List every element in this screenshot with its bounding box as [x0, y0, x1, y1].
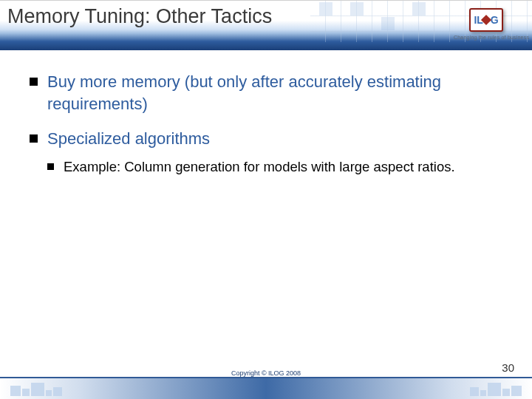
copyright-text: Copyright © ILOG 2008 [0, 369, 532, 377]
logo: I L G Changing the rules of business [454, 8, 519, 40]
logo-diamond-icon [481, 15, 491, 25]
slide-footer [0, 377, 532, 399]
footer-decoration-right [440, 380, 522, 396]
sub-bullet-text: Example: Column generation for models wi… [64, 159, 455, 174]
sub-bullet-item: Example: Column generation for models wi… [47, 157, 502, 177]
logo-text-right: G [491, 14, 499, 26]
bullet-text: Specialized algorithms [47, 129, 210, 148]
logo-mark: I L G [469, 8, 503, 32]
bullet-text: Buy more memory (but only after accurate… [47, 72, 441, 113]
footer-decoration-left [10, 380, 92, 396]
logo-tagline: Changing the rules of business [454, 35, 519, 40]
bullet-item: Buy more memory (but only after accurate… [30, 71, 502, 115]
slide-header: Memory Tuning: Other Tactics I L G Chang… [0, 0, 532, 50]
slide-title: Memory Tuning: Other Tactics [7, 5, 272, 28]
bullet-item: Specialized algorithms Example: Column g… [30, 128, 502, 177]
slide-body: Buy more memory (but only after accurate… [0, 50, 532, 177]
